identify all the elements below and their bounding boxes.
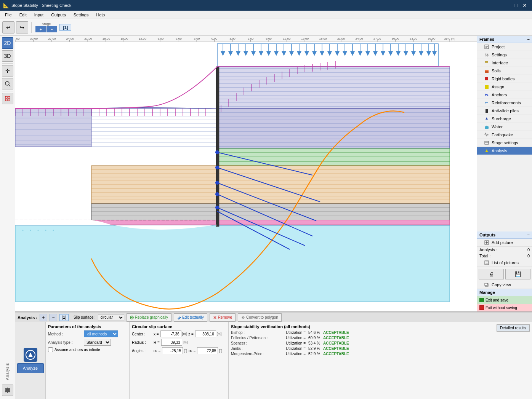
svg-text:-27,00: -27,00 [47,37,56,40]
grid-tool-button[interactable] [2,93,13,104]
radius-input[interactable] [161,339,182,346]
svg-text:-12,00: -12,00 [138,37,146,40]
panel-item-settings-label: Settings [492,53,507,57]
method-select[interactable]: all methods Bishop Spencer [84,330,118,337]
exit-nosave-button[interactable]: Exit without saving [477,304,532,311]
main-layout: 2D 3D ✛ Analysis [0,36,532,399]
earthquake-icon [484,132,489,137]
panel-item-analysis[interactable]: Analysis [477,147,532,155]
method-row: Method : all methods Bishop Spencer [48,330,127,337]
edit-textually-button[interactable]: Edit textually [174,313,207,322]
toolbar: ↩ ↪ Stage + − [1] [0,19,532,36]
list-pictures-item[interactable]: List of pictures [477,259,532,267]
panel-item-settings[interactable]: Settings [477,51,532,59]
analysis-remove-button[interactable]: − [50,314,57,321]
bottom-panel: Analysis : + − [1] Slip surface : circul… [15,311,532,399]
water-layer [15,225,450,302]
panel-item-anchors[interactable]: Anchors [477,91,532,99]
panel-item-assign[interactable]: Assign [477,83,532,91]
menu-help[interactable]: Help [93,11,108,18]
panel-item-antipiles[interactable]: Anti-slide piles [477,107,532,115]
menu-edit[interactable]: Edit [16,11,30,18]
radius-label: Radius : [132,340,153,345]
titlebar-icon: 📐 Slope Stability - Sheeting Check [3,3,71,8]
detailed-results-button[interactable]: Detailed results [497,324,530,332]
rigid-icon [484,76,489,81]
panel-item-project[interactable]: Project [477,43,532,51]
panel-item-reinforcements-label: Reinforcements [492,101,521,105]
panel-item-interface[interactable]: Interface [477,59,532,67]
svg-rect-252 [485,261,489,265]
assume-anchors-checkbox[interactable] [48,347,53,352]
angle2-input[interactable] [197,347,218,354]
maximize-button[interactable]: □ [511,2,520,9]
undo-button[interactable]: ↩ [2,21,14,34]
panel-item-water-label: Water [492,124,503,129]
panel-item-soils-label: Soils [492,69,501,73]
outputs-collapse[interactable]: − [527,233,530,237]
menu-settings[interactable]: Settings [70,11,92,18]
panel-item-surcharge[interactable]: Surcharge [477,115,532,123]
add-picture-item[interactable]: Add picture [477,239,532,247]
svg-rect-4 [5,99,7,101]
panel-item-water[interactable]: Water [477,123,532,131]
settings-tool-button[interactable] [2,385,13,396]
svg-rect-236 [485,70,489,71]
menu-outputs[interactable]: Outputs [48,11,69,18]
close-button[interactable]: ✕ [521,2,529,9]
stage-plus-button[interactable]: + [35,26,46,32]
result-janbu-method: Janbu : [231,346,284,351]
panel-item-earthquake[interactable]: Earthquake [477,131,532,139]
manage-title: Manage [479,290,495,295]
slip-type-select[interactable]: circular polygonal [98,314,124,321]
remove-button[interactable]: Remove [210,313,236,322]
result-row-spencer: Spencer : Utilization = 53,4 % ACCEPTABL… [231,341,530,345]
svg-marker-248 [485,149,488,152]
copy-view-item[interactable]: Copy view [477,281,532,289]
analysis-bottom-label: Analysis : [18,315,37,320]
convert-button[interactable]: Convert to polygon [238,313,282,322]
view-2d-button[interactable]: 2D [2,37,13,49]
view-3d-button[interactable]: 3D [2,50,13,62]
list-pictures-icon [484,260,489,265]
panel-item-soils[interactable]: Soils [477,67,532,75]
result-row-janbu: Janbu : Utilization = 52,9 % ACCEPTABLE [231,346,530,351]
print-button[interactable]: 🖨 [479,269,504,279]
soils-icon [484,68,489,73]
analyze-section: Analyze [15,322,46,399]
outputs-title: Outputs [479,233,495,237]
canvas-area[interactable]: -33,00-30,00-27,00-24,00-21,00-18,00-15,… [15,36,477,311]
angle1-input[interactable] [162,347,183,354]
menu-file[interactable]: File [2,11,15,18]
menu-input[interactable]: Input [31,11,47,18]
svg-line-260 [180,317,181,318]
frames-collapse[interactable]: − [527,37,530,41]
result-fellenius-status: ACCEPTABLE [323,336,349,340]
export-button[interactable]: 💾 [505,269,530,279]
panel-item-reinforcements[interactable]: Reinforcements [477,99,532,107]
panel-item-assign-label: Assign [492,85,504,89]
exit-save-button[interactable]: Exit and save [477,296,532,304]
analysis-add-button[interactable]: + [40,314,47,321]
replace-graphically-button[interactable]: Replace graphically [127,313,171,322]
panel-item-rigid[interactable]: Rigid bodies [477,75,532,83]
analyze-button[interactable]: Analyze [17,363,44,373]
assume-anchors-row: Assume anchors as infinite [48,347,127,352]
stage-minus-button[interactable]: − [46,26,57,32]
svg-point-226 [216,206,219,209]
move-tool-button[interactable]: ✛ [2,65,13,77]
svg-text:3,00: 3,00 [229,37,236,40]
minimize-button[interactable]: — [502,2,511,9]
svg-point-225 [216,193,219,196]
zoom-tool-button[interactable] [2,78,13,89]
center-z-input[interactable] [195,330,216,337]
panel-item-stagesettings[interactable]: Stage settings [477,139,532,147]
svg-point-204 [45,230,46,231]
analysis-type-select[interactable]: Standard Advanced [84,339,111,346]
titlebar: 📐 Slope Stability - Sheeting Check — □ ✕ [0,0,532,11]
assume-anchors-label: Assume anchors as infinite [54,348,100,352]
center-x-input[interactable] [160,330,181,337]
svg-point-222 [216,151,219,154]
redo-button[interactable]: ↪ [16,21,28,34]
analysis-count-value: 0 [527,247,530,252]
